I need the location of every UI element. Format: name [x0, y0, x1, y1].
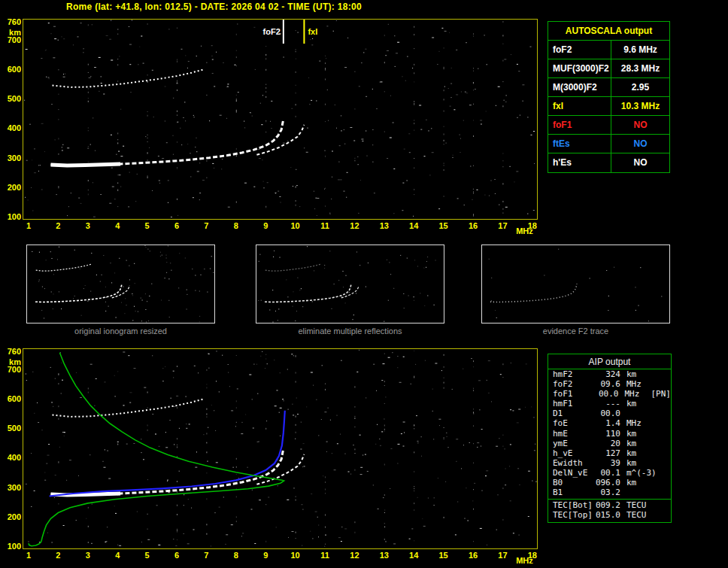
x-tick-label: 4 [109, 551, 126, 560]
aip-row-unit: MHz [620, 379, 654, 389]
y-tick-label: 600 [2, 65, 21, 74]
x-tick-label: 15 [435, 551, 452, 560]
autoscala-row: fxI10.3 MHz [548, 97, 669, 116]
x-axis-unit: MHz [516, 556, 533, 565]
aip-row-value: --- [593, 399, 620, 409]
aip-row-label: DelN_vE [553, 468, 593, 478]
aip-row: foE1.4MHz [548, 418, 671, 428]
x-tick-label: 13 [376, 551, 393, 560]
y-tick-label: 100 [2, 212, 21, 221]
aip-tec-row: TEC[Bot]009.2TECU [548, 500, 671, 510]
aip-row: hmF2324km [548, 369, 671, 379]
aip-row: B103.2 [548, 488, 671, 497]
y-axis-unit: km [2, 28, 21, 37]
aip-row: DelN_vE00.1m^(-3) [548, 468, 671, 478]
autoscala-row-value: 28.3 MHz [611, 59, 669, 77]
aip-row: D100.0 [548, 409, 671, 418]
aip-row-note [654, 418, 671, 428]
autoscala-row: h'EsNO [548, 153, 669, 172]
aip-row-label: TEC[Top] [553, 510, 593, 520]
x-tick-label: 3 [80, 551, 96, 560]
autoscala-row: M(3000)F22.95 [548, 78, 669, 97]
panel-evidence-f2-trace [481, 245, 670, 323]
aip-row-note [654, 369, 671, 379]
original-ionogram-image [27, 245, 214, 323]
autoscala-table-title: AUTOSCALA output [548, 22, 669, 41]
autoscala-row: ftEsNO [548, 135, 669, 153]
aip-row: h_vE127km [548, 448, 671, 458]
x-tick-label: 14 [405, 551, 422, 560]
autoscala-row-label: MUF(3000)F2 [548, 59, 611, 77]
fxi-marker-label: fxI [308, 27, 317, 36]
y-tick-label: 100 [2, 542, 21, 551]
autoscala-window: Rome (lat: +41.8, lon: 012.5) - DATE: 20… [0, 0, 728, 568]
x-tick-label: 17 [494, 551, 511, 560]
autoscala-row-value: NO [611, 153, 669, 172]
top-ionogram-canvas [23, 20, 537, 219]
aip-output-table: AIP output hmF2324kmfoF209.6MHzfoF100.0M… [548, 354, 672, 523]
aip-row-unit: km [620, 439, 654, 448]
aip-tec-row: TEC[Top]015.0TECU [548, 510, 671, 520]
aip-row: B0096.0km [548, 478, 671, 488]
autoscala-row-value: NO [611, 135, 669, 153]
aip-row-value: 324 [593, 369, 620, 379]
aip-row-label: D1 [553, 409, 593, 418]
x-tick-label: 16 [465, 551, 481, 560]
x-tick-label: 2 [50, 551, 66, 560]
aip-row-value: 39 [593, 458, 620, 468]
y-tick-label: 500 [2, 94, 21, 103]
aip-row-value: 110 [593, 429, 620, 439]
aip-row-label: Ewidth [553, 458, 593, 468]
aip-row-label: B0 [553, 478, 593, 488]
aip-row-note [654, 488, 671, 497]
aip-row-label: foF1 [553, 389, 593, 399]
aip-row-value: 00.1 [593, 468, 620, 478]
x-tick-label: 7 [198, 551, 214, 560]
aip-row-unit [620, 409, 654, 418]
panel-eliminate-multiples [256, 245, 444, 323]
aip-row-unit: m^(-3) [620, 468, 654, 478]
aip-row-note [654, 478, 671, 488]
aip-row-note [654, 439, 671, 448]
x-tick-label: 12 [346, 551, 362, 560]
top-ionogram-plot [23, 19, 538, 220]
x-tick-label: 8 [228, 221, 244, 230]
aip-row-value: 096.0 [593, 478, 620, 488]
aip-row-label: TEC[Bot] [553, 500, 593, 510]
aip-row: Ewidth39km [548, 458, 671, 468]
aip-row-unit: km [620, 478, 654, 488]
aip-row-value: 09.6 [593, 379, 620, 389]
aip-table-rows: hmF2324kmfoF209.6MHzfoF100.0MHz[PN]hmF1-… [548, 369, 671, 497]
autoscala-output-table: AUTOSCALA output foF29.6 MHzMUF(3000)F22… [548, 21, 670, 173]
x-tick-label: 15 [435, 221, 452, 230]
autoscala-row: foF29.6 MHz [548, 41, 669, 59]
caption-eliminate-multiples: eliminate multiple reflections [256, 327, 444, 336]
y-tick-label: 400 [2, 453, 21, 462]
aip-row: ymE20km [548, 439, 671, 448]
x-tick-label: 11 [317, 221, 333, 230]
aip-row-label: hmF2 [553, 369, 593, 379]
aip-row: foF209.6MHz [548, 379, 671, 389]
aip-row-unit: MHz [619, 389, 651, 399]
y-tick-label: 600 [2, 394, 21, 403]
aip-row-value: 20 [593, 439, 620, 448]
x-tick-label: 9 [257, 221, 274, 230]
caption-evidence-f2-trace: evidence F2 trace [481, 327, 670, 336]
aip-row: foF100.0MHz[PN] [548, 389, 671, 399]
aip-row: hmE110km [548, 429, 671, 439]
aip-row-note [654, 399, 671, 409]
x-tick-label: 16 [465, 221, 481, 230]
x-tick-label: 7 [198, 221, 214, 230]
aip-row-unit: MHz [620, 418, 654, 428]
evidence-f2-trace-image [482, 245, 669, 323]
aip-row-note [654, 448, 671, 458]
aip-row-label: h_vE [553, 448, 593, 458]
aip-row-unit: TECU [620, 500, 654, 510]
y-tick-label: 500 [2, 424, 21, 433]
x-tick-label: 17 [494, 221, 511, 230]
aip-row-value: 009.2 [593, 500, 620, 510]
x-tick-label: 10 [287, 221, 304, 230]
autoscala-row-label: foF1 [548, 116, 611, 134]
y-tick-label: 300 [2, 153, 21, 163]
autoscala-row-value: 9.6 MHz [611, 41, 669, 59]
